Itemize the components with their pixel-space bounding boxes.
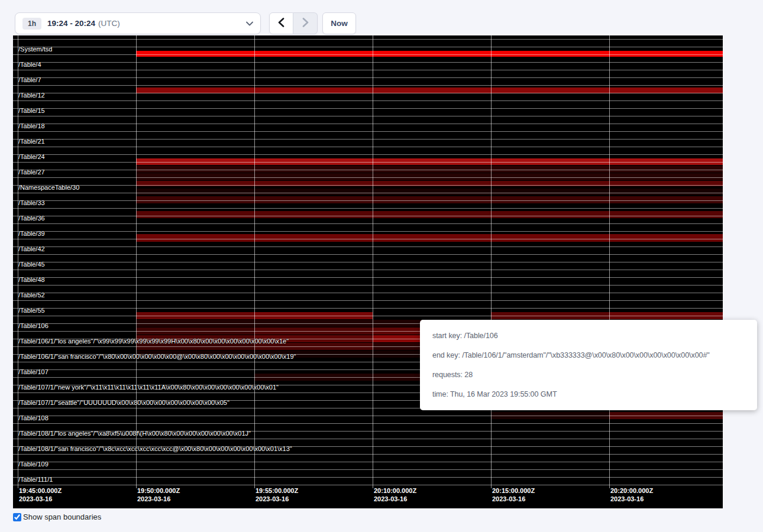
span-row-label: /System/tsd <box>18 41 52 57</box>
span-boundary-line <box>13 469 723 470</box>
axis-time-label: 20:10:00.000Z <box>374 487 416 494</box>
heat-band <box>136 166 723 173</box>
span-row-label: /Table/106 <box>18 318 49 333</box>
key-visualizer-page: 1h 19:24 - 20:24 (UTC) Now /System/tsd/T… <box>0 0 763 532</box>
span-boundary-line <box>13 293 723 293</box>
axis-date-label: 2023-03-16 <box>19 495 52 502</box>
heat-band <box>136 234 723 242</box>
heat-band <box>136 196 723 203</box>
chevron-right-icon <box>302 18 309 29</box>
span-boundary-line <box>13 193 723 193</box>
span-boundary-line <box>13 108 723 109</box>
span-boundary-line <box>13 100 723 101</box>
key-visualizer-canvas[interactable]: /System/tsd/Table/4/Table/7/Table/12/Tab… <box>13 35 723 508</box>
span-row-label: /Table/18 <box>18 118 45 134</box>
span-row-label: /Table/7 <box>18 72 41 87</box>
span-row-label: /NamespaceTable/30 <box>18 180 79 195</box>
span-boundary-line <box>13 223 723 224</box>
span-row-label: /Table/33 <box>18 195 45 210</box>
span-boundary-line <box>13 39 723 40</box>
next-time-button[interactable] <box>293 12 318 34</box>
time-zone-label: (UTC) <box>98 19 120 28</box>
time-gridline <box>136 35 137 488</box>
heat-band <box>136 211 723 218</box>
span-boundary-line <box>13 270 723 270</box>
chevron-left-icon <box>278 18 284 29</box>
span-row-label: /Table/36 <box>18 210 45 226</box>
span-boundary-line <box>13 85 723 86</box>
tooltip-line: requests: 28 <box>432 371 745 379</box>
span-boundary-line <box>13 131 723 132</box>
span-row-label: /Table/12 <box>18 87 45 103</box>
span-boundary-line <box>13 200 723 201</box>
time-range-select[interactable]: 1h 19:24 - 20:24 (UTC) <box>15 12 261 34</box>
span-boundary-line <box>13 177 723 178</box>
span-boundary-line <box>13 477 723 478</box>
now-button[interactable]: Now <box>322 12 356 34</box>
time-window-badge: 1h <box>22 18 41 30</box>
span-boundary-line <box>13 423 723 424</box>
axis-date-label: 2023-03-16 <box>137 495 170 502</box>
span-boundary-line <box>13 462 723 462</box>
span-row-label: /Table/108 <box>18 410 49 426</box>
tooltip-line: time: Thu, 16 Mar 2023 19:55:00 GMT <box>432 390 745 398</box>
heat-band <box>136 189 723 195</box>
span-row-label: /Table/39 <box>18 226 45 241</box>
span-boundary-line <box>13 285 723 286</box>
span-row-label: /Table/4 <box>18 57 41 72</box>
time-gridline <box>254 35 255 488</box>
span-boundary-line <box>13 485 723 485</box>
span-boundary-line <box>13 416 723 416</box>
time-gridline <box>491 35 492 488</box>
span-boundary-line <box>13 208 723 209</box>
span-boundary-line <box>13 62 723 63</box>
span-row-label: /Table/111/1 <box>18 472 53 487</box>
span-boundary-line <box>13 54 723 55</box>
span-boundary-line <box>13 139 723 140</box>
span-row-label: /Table/52 <box>18 287 45 303</box>
span-boundary-line <box>13 246 723 247</box>
span-row-label: /Table/24 <box>18 149 45 164</box>
span-boundary-line <box>13 116 723 116</box>
span-row-label: /Table/48 <box>18 272 45 287</box>
time-range-label: 19:24 - 20:24 <box>47 19 95 28</box>
span-boundary-line <box>13 162 723 163</box>
span-boundary-line <box>13 77 723 78</box>
span-boundary-line <box>13 277 723 278</box>
time-gridline <box>609 35 610 488</box>
axis-time-label: 20:15:00.000Z <box>492 487 535 494</box>
heat-band <box>136 173 723 180</box>
span-row-label: /Table/42 <box>18 241 45 257</box>
span-row-label: /Table/15 <box>18 103 45 118</box>
heat-band <box>136 51 723 57</box>
prev-time-button[interactable] <box>269 12 293 34</box>
span-row-label: /Table/55 <box>18 303 45 318</box>
axis-date-label: 2023-03-16 <box>256 495 289 502</box>
span-boundary-line <box>13 93 723 93</box>
span-boundary-line <box>13 47 723 47</box>
span-row-label: /Table/108/1/"los angeles"/"\xa8\xf5\u00… <box>18 426 251 441</box>
span-boundary-line <box>13 170 723 170</box>
span-boundary-line <box>13 239 723 239</box>
tooltip-line: end key: /Table/106/1/"amsterdam"/"\xb33… <box>432 351 745 359</box>
span-row-label: /Table/109 <box>18 456 49 472</box>
time-gridline <box>373 35 373 488</box>
axis-date-label: 2023-03-16 <box>374 495 407 502</box>
show-span-boundaries-control: Show span boundaries <box>13 512 101 521</box>
chevron-down-icon <box>246 21 253 26</box>
span-boundary-line <box>13 262 723 262</box>
axis-time-label: 19:55:00.000Z <box>256 487 298 494</box>
axis-time-label: 20:20:00.000Z <box>610 487 653 494</box>
span-boundary-line <box>13 185 723 186</box>
hover-tooltip: start key: /Table/106end key: /Table/106… <box>420 320 757 410</box>
span-boundary-line <box>13 316 723 316</box>
span-row-label: /Table/21 <box>18 134 45 149</box>
show-span-boundaries-checkbox[interactable] <box>13 513 21 521</box>
span-row-label: /Table/106/1/"san francisco"/"\x80\x00\x… <box>18 349 296 364</box>
span-boundary-line <box>13 216 723 216</box>
time-nav-group <box>269 12 318 34</box>
span-boundary-line <box>13 308 723 309</box>
span-boundary-line <box>13 300 723 301</box>
span-boundary-line <box>13 154 723 155</box>
span-boundary-line <box>13 124 723 124</box>
